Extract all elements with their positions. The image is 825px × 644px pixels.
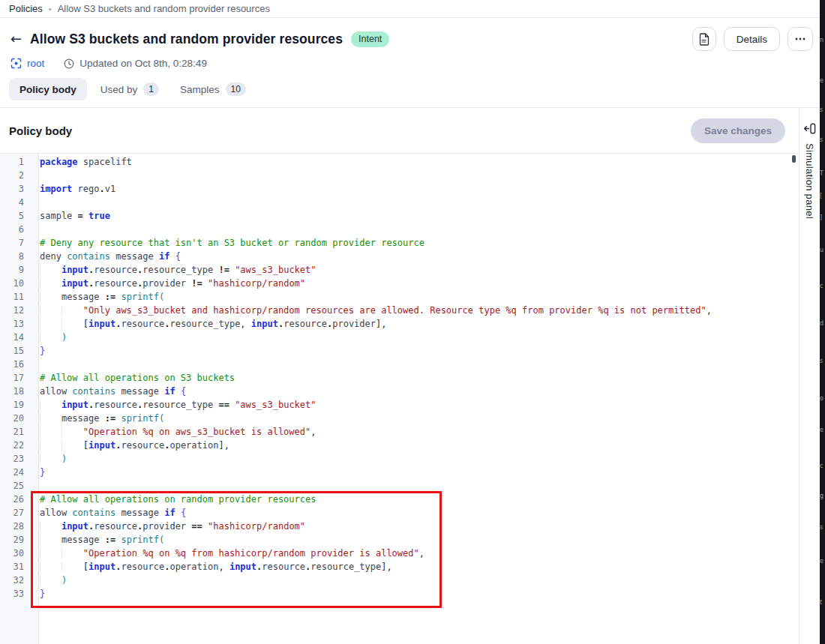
- edge-text-fragment: o: [820, 396, 824, 402]
- simulation-panel-label: Simulation panel: [804, 143, 815, 219]
- code-line-text[interactable]: input.resource.resource_type != "aws_s3_…: [39, 263, 316, 277]
- code-line[interactable]: 30 "Operation %q on %q from hashicorp/ra…: [0, 547, 799, 560]
- code-line[interactable]: 15}: [0, 344, 799, 358]
- code-line[interactable]: 4: [0, 196, 799, 209]
- code-line[interactable]: 18allow contains message if {: [0, 385, 799, 398]
- code-line-text[interactable]: }: [39, 344, 45, 358]
- code-line[interactable]: 27allow contains message if {: [0, 506, 799, 520]
- code-line-text[interactable]: }: [39, 466, 45, 479]
- code-line[interactable]: 2: [0, 169, 799, 182]
- code-line[interactable]: 13 [input.resource.resource_type, input.…: [0, 317, 799, 331]
- line-number: 11: [0, 290, 39, 304]
- code-line-text[interactable]: import rego.v1: [39, 182, 116, 196]
- breadcrumb: Policies • Allow S3 buckets and random p…: [0, 0, 825, 18]
- code-line-text[interactable]: package spacelift: [39, 155, 132, 169]
- line-number: 12: [0, 304, 39, 317]
- code-line-text[interactable]: # Deny any resource that isn't an S3 buc…: [39, 236, 424, 250]
- details-button[interactable]: Details: [724, 27, 780, 51]
- code-line[interactable]: 5sample = true: [0, 209, 799, 223]
- edge-text-fragment: e: [820, 78, 824, 84]
- code-line-text[interactable]: "Only aws_s3_bucket and hashicorp/random…: [39, 304, 712, 317]
- edge-text-fragment: t: [820, 600, 822, 606]
- code-line[interactable]: 32 ): [0, 574, 799, 587]
- code-line-text[interactable]: ): [39, 331, 67, 344]
- code-line[interactable]: 19 input.resource.resource_type == "aws_…: [0, 398, 799, 412]
- code-line-text[interactable]: allow contains message if {: [39, 385, 186, 398]
- code-line[interactable]: 10 input.resource.provider != "hashicorp…: [0, 277, 799, 290]
- code-line[interactable]: 28 input.resource.provider == "hashicorp…: [0, 520, 799, 533]
- code-line-text[interactable]: [input.resource.operation],: [39, 439, 230, 452]
- code-line-text[interactable]: [39, 479, 40, 493]
- code-line[interactable]: 9 input.resource.resource_type != "aws_s…: [0, 263, 799, 277]
- code-line[interactable]: 22 [input.resource.operation],: [0, 439, 799, 452]
- tab-samples[interactable]: Samples 10: [172, 78, 254, 100]
- line-number: 30: [0, 547, 39, 560]
- code-line[interactable]: 31 [input.resource.operation, input.reso…: [0, 560, 799, 574]
- code-line-text[interactable]: input.resource.provider != "hashicorp/ra…: [39, 277, 305, 290]
- code-line[interactable]: 14 ): [0, 331, 799, 344]
- breadcrumb-separator: •: [49, 4, 52, 13]
- code-line-text[interactable]: "Operation %q on aws_s3_bucket is allowe…: [39, 425, 316, 439]
- code-line[interactable]: 6: [0, 223, 799, 236]
- code-line[interactable]: 11 message := sprintf(: [0, 290, 799, 304]
- code-line-text[interactable]: "Operation %q on %q from hashicorp/rando…: [39, 547, 424, 560]
- simulation-panel-toggle[interactable]: Simulation panel: [800, 108, 820, 644]
- intent-type-badge: Intent: [351, 31, 389, 47]
- code-line[interactable]: 12 "Only aws_s3_bucket and hashicorp/ran…: [0, 304, 799, 317]
- editor-scrollbar-thumb[interactable]: [792, 155, 796, 163]
- code-line[interactable]: 7# Deny any resource that isn't an S3 bu…: [0, 236, 799, 250]
- line-number: 33: [0, 587, 39, 601]
- code-line[interactable]: 21 "Operation %q on aws_s3_bucket is all…: [0, 425, 799, 439]
- code-line[interactable]: 25: [0, 479, 799, 493]
- open-panel-icon: [803, 123, 816, 134]
- code-line[interactable]: 8deny contains message if {: [0, 250, 799, 263]
- code-line-text[interactable]: [input.resource.operation, input.resourc…: [39, 560, 392, 574]
- policy-body-copy-button[interactable]: [692, 27, 716, 51]
- panel-title: Policy body: [9, 124, 72, 137]
- breadcrumb-policies-link[interactable]: Policies: [9, 3, 43, 14]
- code-line[interactable]: 24}: [0, 466, 799, 479]
- line-number: 13: [0, 317, 39, 331]
- code-line-text[interactable]: }: [39, 587, 45, 601]
- code-line[interactable]: 16: [0, 358, 799, 371]
- code-line[interactable]: 29 message := sprintf(: [0, 533, 799, 547]
- tab-used-by[interactable]: Used by 1: [93, 78, 166, 100]
- more-actions-button[interactable]: [788, 27, 813, 51]
- code-line-text[interactable]: [39, 196, 40, 209]
- code-line[interactable]: 23 ): [0, 452, 799, 466]
- code-line-text[interactable]: allow contains message if {: [39, 506, 186, 520]
- header-actions: Details: [692, 27, 813, 51]
- code-line-text[interactable]: [39, 223, 40, 236]
- code-line-text[interactable]: message := sprintf(: [39, 533, 164, 547]
- code-line-text[interactable]: message := sprintf(: [39, 412, 164, 425]
- code-line[interactable]: 33}: [0, 587, 799, 601]
- code-line[interactable]: 20 message := sprintf(: [0, 412, 799, 425]
- line-number: 24: [0, 466, 39, 479]
- code-line[interactable]: 3import rego.v1: [0, 182, 799, 196]
- code-line-text[interactable]: # Allow all operations on random provide…: [39, 493, 316, 506]
- code-line-text[interactable]: # Allow all operations on S3 buckets: [39, 371, 235, 385]
- line-number: 9: [0, 263, 39, 277]
- code-line-text[interactable]: [39, 358, 40, 371]
- code-line-text[interactable]: input.resource.resource_type == "aws_s3_…: [39, 398, 316, 412]
- save-changes-button[interactable]: Save changes: [691, 118, 785, 143]
- code-line-text[interactable]: deny contains message if {: [39, 250, 181, 263]
- space-link-root[interactable]: root: [27, 58, 44, 69]
- code-line-text[interactable]: input.resource.provider == "hashicorp/ra…: [39, 520, 305, 533]
- code-line-text[interactable]: [39, 169, 40, 182]
- code-editor[interactable]: 1package spacelift23import rego.v145samp…: [0, 153, 799, 644]
- policy-body-panel-header: Policy body Save changes: [0, 108, 799, 153]
- code-line[interactable]: 1package spacelift: [0, 155, 799, 169]
- code-line-text[interactable]: ): [39, 452, 67, 466]
- code-line-text[interactable]: [input.resource.resource_type, input.res…: [39, 317, 386, 331]
- line-number: 2: [0, 169, 39, 182]
- tab-samples-count: 10: [226, 82, 246, 96]
- code-line[interactable]: 17# Allow all operations on S3 buckets: [0, 371, 799, 385]
- tab-policy-body[interactable]: Policy body: [9, 78, 87, 100]
- code-line-text[interactable]: sample = true: [39, 209, 110, 223]
- code-line[interactable]: 26# Allow all operations on random provi…: [0, 493, 799, 506]
- code-line-text[interactable]: ): [39, 574, 67, 587]
- code-line-text[interactable]: message := sprintf(: [39, 290, 164, 304]
- back-arrow-icon[interactable]: ←: [10, 32, 22, 46]
- edge-text-fragment: c: [820, 463, 823, 469]
